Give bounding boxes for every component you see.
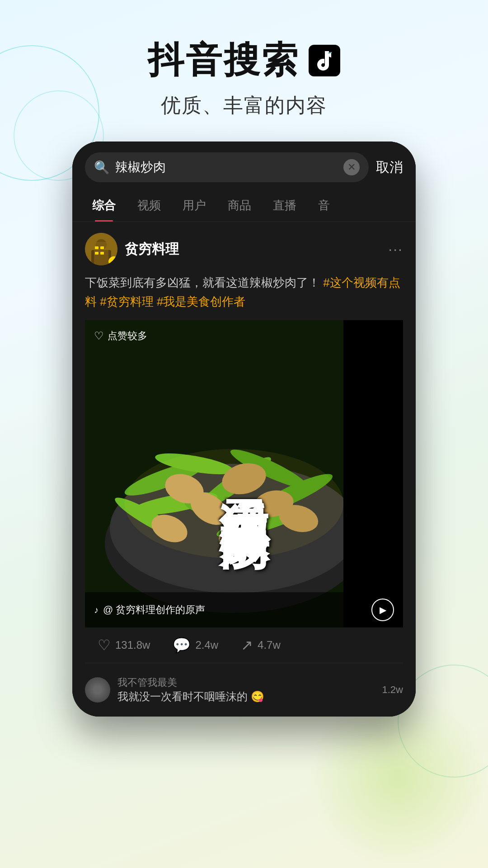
svg-rect-6 (95, 252, 99, 255)
share-icon: ↗ (241, 637, 253, 654)
audio-info: ♪ @ 贫穷料理创作的原声 (94, 603, 205, 617)
comment-like-count: 1.2w (382, 684, 403, 696)
clear-button[interactable]: ✕ (343, 159, 360, 175)
more-options-button[interactable]: ··· (388, 241, 403, 258)
play-button[interactable]: ▶ (371, 599, 394, 621)
comment-item: 我不管我最美 我就没一次看时不咽唾沫的 😋 1.2w (85, 670, 403, 709)
app-title: 抖音搜索 (148, 36, 340, 85)
header-section: 抖音搜索 优质、丰富的内容 (148, 36, 340, 119)
tab-user[interactable]: 用户 (172, 189, 217, 222)
post-text-plain: 下饭菜到底有多凶猛，就看这道辣椒炒肉了！ (85, 276, 320, 289)
like-button[interactable]: ♡ 131.8w (98, 637, 150, 654)
clear-icon: ✕ (347, 161, 356, 173)
phone-content: 🔍 辣椒炒肉 ✕ 取消 综合 视频 用户 (72, 142, 416, 717)
title-text: 抖音搜索 (148, 36, 300, 85)
play-icon: ▶ (380, 604, 386, 615)
comment-avatar (85, 677, 110, 703)
tabs-container: 综合 视频 用户 商品 直播 音 (72, 189, 416, 222)
tiktok-small-icon: ♪ (94, 605, 99, 615)
comment-text: 我就没一次看时不咽唾沫的 😋 (117, 689, 375, 704)
like-count: 131.8w (115, 639, 150, 651)
share-button[interactable]: ↗ 4.7w (241, 637, 281, 654)
comment-content: 我不管我最美 我就没一次看时不咽唾沫的 😋 (117, 676, 375, 704)
post-header: ✓ 贫穷料理 ··· (85, 233, 403, 265)
svg-rect-7 (100, 252, 104, 255)
username[interactable]: 贫穷料理 (125, 240, 179, 259)
tab-comprehensive[interactable]: 综合 (81, 189, 127, 222)
user-info: ✓ 贫穷料理 (85, 233, 179, 265)
audio-bar: ♪ @ 贫穷料理创作的原声 ▶ (85, 592, 403, 627)
share-count: 4.7w (258, 639, 281, 651)
phone-mockup: 🔍 辣椒炒肉 ✕ 取消 综合 视频 用户 (72, 142, 416, 717)
search-icon: 🔍 (94, 160, 110, 175)
cancel-button[interactable]: 取消 (376, 158, 403, 177)
comment-button[interactable]: 💬 2.4w (173, 637, 218, 654)
comment-username: 我不管我最美 (117, 676, 375, 689)
comment-count: 2.4w (195, 639, 218, 651)
video-big-text: 勇猛辣椒炒肉 (217, 460, 272, 487)
tab-music[interactable]: 音 (307, 189, 341, 222)
video-overlay-text: 勇猛辣椒炒肉 (85, 320, 403, 627)
tab-video[interactable]: 视频 (127, 189, 172, 222)
heart-icon: ♡ (98, 637, 111, 654)
comment-icon: 💬 (173, 637, 191, 654)
audio-text: @ 贫穷料理创作的原声 (103, 603, 205, 617)
tab-product[interactable]: 商品 (217, 189, 262, 222)
tiktok-logo-icon (309, 45, 340, 76)
verified-badge: ✓ (108, 256, 117, 265)
search-input-wrapper[interactable]: 🔍 辣椒炒肉 ✕ (85, 152, 369, 182)
search-bar-container: 🔍 辣椒炒肉 ✕ 取消 (72, 142, 416, 189)
video-container[interactable]: ♡ 点赞较多 勇猛辣椒炒肉 ♪ @ 贫穷料理创作的原声 (85, 320, 403, 627)
svg-rect-5 (100, 246, 104, 249)
tab-live[interactable]: 直播 (262, 189, 307, 222)
search-query: 辣椒炒肉 (115, 159, 338, 176)
subtitle: 优质、丰富的内容 (148, 92, 340, 119)
avatar[interactable]: ✓ (85, 233, 117, 265)
post-card: ✓ 贫穷料理 ··· 下饭菜到底有多凶猛，就看这道辣椒炒肉了！ #这个视频有点料… (72, 222, 416, 663)
interaction-bar: ♡ 131.8w 💬 2.4w ↗ 4.7w (85, 627, 403, 663)
post-text: 下饭菜到底有多凶猛，就看这道辣椒炒肉了！ #这个视频有点料 #贫穷料理 #我是美… (85, 274, 403, 311)
svg-rect-4 (95, 246, 99, 249)
comments-section: 我不管我最美 我就没一次看时不咽唾沫的 😋 1.2w (72, 663, 416, 717)
